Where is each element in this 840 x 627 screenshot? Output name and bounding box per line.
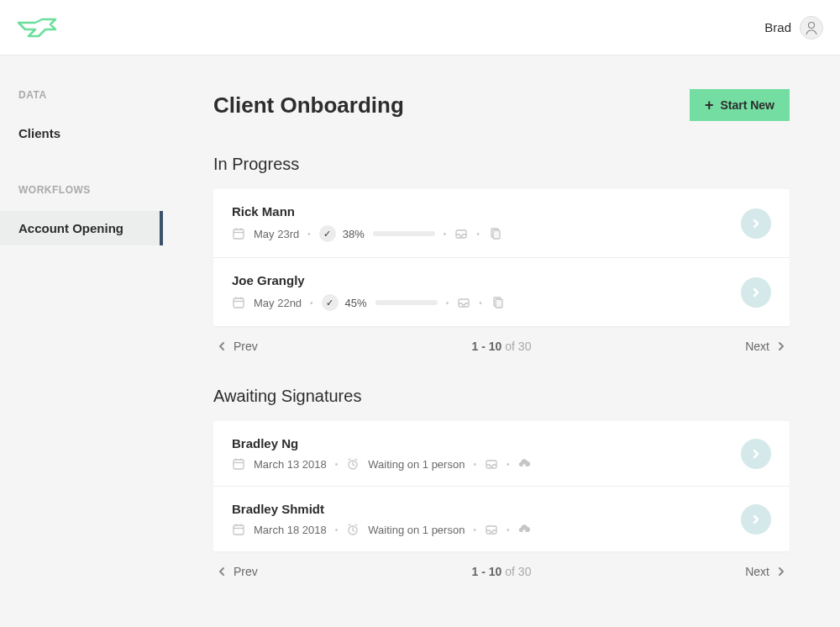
separator-dot: • <box>473 460 476 469</box>
app-header: Brad <box>0 0 840 55</box>
prev-button[interactable]: Prev <box>217 565 258 578</box>
prev-label: Prev <box>234 340 258 353</box>
prev-label: Prev <box>234 565 258 578</box>
chevron-right-icon <box>776 341 786 351</box>
section-title-in-progress: In Progress <box>213 155 790 174</box>
svg-rect-7 <box>493 230 500 239</box>
row-date: May 22nd <box>254 297 302 309</box>
pagination-awaiting: Prev 1 - 10 of 30 Next <box>213 551 790 578</box>
sidebar-group-workflows: WORKFLOWS <box>0 184 163 196</box>
cloud-download-icon <box>517 457 531 471</box>
start-new-label: Start New <box>720 98 774 112</box>
row-date: March 18 2018 <box>254 524 327 536</box>
plus-icon: + <box>705 97 714 113</box>
open-row-button[interactable] <box>741 208 771 239</box>
row-meta: May 22nd • ✓ 45% • • <box>232 294 771 311</box>
percent-badge: ✓ 38% <box>319 225 365 242</box>
chevron-left-icon <box>217 341 227 351</box>
inbox-icon <box>485 457 498 471</box>
app-logo <box>17 16 59 40</box>
client-name: Bradley Ng <box>232 436 771 450</box>
sidebar-group-data: DATA <box>0 89 163 101</box>
svg-rect-14 <box>496 299 502 308</box>
sidebar: DATA Clients WORKFLOWS Account Opening <box>0 55 163 627</box>
separator-dot: • <box>307 229 311 239</box>
inbox-icon <box>454 227 468 240</box>
section-in-progress: In Progress Rick Mann May 23rd • ✓ 38% <box>213 155 790 353</box>
progress-bar <box>373 231 435 236</box>
pagination-range: 1 - 10 of 30 <box>472 340 532 353</box>
main-content: Client Onboarding + Start New In Progres… <box>163 55 840 627</box>
start-new-button[interactable]: + Start New <box>690 89 790 121</box>
chevron-left-icon <box>217 566 227 577</box>
awaiting-list: Bradley Ng March 13 2018 • Waiting on 1 … <box>213 421 790 551</box>
pagination-range: 1 - 10 of 30 <box>472 565 532 578</box>
document-icon <box>488 227 501 240</box>
client-name: Bradley Shmidt <box>232 502 771 516</box>
clock-icon <box>346 457 360 471</box>
prev-button[interactable]: Prev <box>217 340 258 353</box>
svg-rect-1 <box>234 229 244 239</box>
open-row-button[interactable] <box>741 277 771 308</box>
separator-dot: • <box>446 298 449 308</box>
chevron-right-icon <box>776 566 786 577</box>
svg-point-0 <box>809 22 815 28</box>
row-meta: March 13 2018 • Waiting on 1 person • • <box>232 457 771 471</box>
section-awaiting: Awaiting Signatures Bradley Ng March 13 … <box>213 387 790 578</box>
row-meta: May 23rd • ✓ 38% • • <box>232 225 771 242</box>
check-icon: ✓ <box>319 225 336 242</box>
next-button[interactable]: Next <box>745 565 786 578</box>
in-progress-list: Rick Mann May 23rd • ✓ 38% • <box>213 189 790 326</box>
separator-dot: • <box>473 525 476 535</box>
avatar <box>800 16 823 40</box>
row-status: Waiting on 1 person <box>368 458 465 471</box>
percent-badge: ✓ 45% <box>322 294 367 311</box>
calendar-icon <box>232 296 245 309</box>
separator-dot: • <box>444 229 447 239</box>
next-label: Next <box>745 340 769 353</box>
separator-dot: • <box>507 460 510 469</box>
percent-value: 45% <box>345 297 367 309</box>
row-status: Waiting on 1 person <box>368 524 465 536</box>
next-label: Next <box>745 565 769 578</box>
calendar-icon <box>232 227 245 240</box>
cloud-download-icon <box>517 523 531 536</box>
check-icon: ✓ <box>322 294 339 311</box>
list-item[interactable]: Rick Mann May 23rd • ✓ 38% • <box>213 189 790 258</box>
list-item[interactable]: Bradley Ng March 13 2018 • Waiting on 1 … <box>213 421 790 487</box>
page-title: Client Onboarding <box>213 92 404 119</box>
percent-value: 38% <box>343 228 365 240</box>
calendar-icon <box>232 523 245 536</box>
open-row-button[interactable] <box>741 439 771 469</box>
user-name: Brad <box>764 20 791 34</box>
separator-dot: • <box>310 298 313 308</box>
client-name: Joe Grangly <box>232 273 771 287</box>
row-date: March 13 2018 <box>254 458 327 471</box>
section-title-awaiting: Awaiting Signatures <box>213 387 790 406</box>
clock-icon <box>346 523 360 536</box>
svg-rect-8 <box>234 298 244 308</box>
separator-dot: • <box>476 229 480 239</box>
user-menu[interactable]: Brad <box>764 16 823 40</box>
sidebar-item-account-opening[interactable]: Account Opening <box>0 211 163 245</box>
open-row-button[interactable] <box>741 504 771 535</box>
page-header: Client Onboarding + Start New <box>213 89 790 121</box>
inbox-icon <box>457 296 470 309</box>
row-meta: March 18 2018 • Waiting on 1 person • • <box>232 523 771 536</box>
svg-rect-15 <box>234 460 244 469</box>
client-name: Rick Mann <box>232 204 771 219</box>
list-item[interactable]: Bradley Shmidt March 18 2018 • Waiting o… <box>213 487 790 551</box>
pagination-in-progress: Prev 1 - 10 of 30 Next <box>213 326 790 353</box>
list-item[interactable]: Joe Grangly May 22nd • ✓ 45% • <box>213 258 790 326</box>
sidebar-item-clients[interactable]: Clients <box>0 116 163 150</box>
calendar-icon <box>232 457 245 471</box>
next-button[interactable]: Next <box>745 340 786 353</box>
separator-dot: • <box>335 460 339 469</box>
separator-dot: • <box>479 298 482 308</box>
separator-dot: • <box>335 525 339 535</box>
document-icon <box>491 296 504 309</box>
separator-dot: • <box>507 525 510 535</box>
svg-rect-21 <box>234 525 244 535</box>
progress-bar <box>375 300 438 305</box>
inbox-icon <box>485 523 498 536</box>
